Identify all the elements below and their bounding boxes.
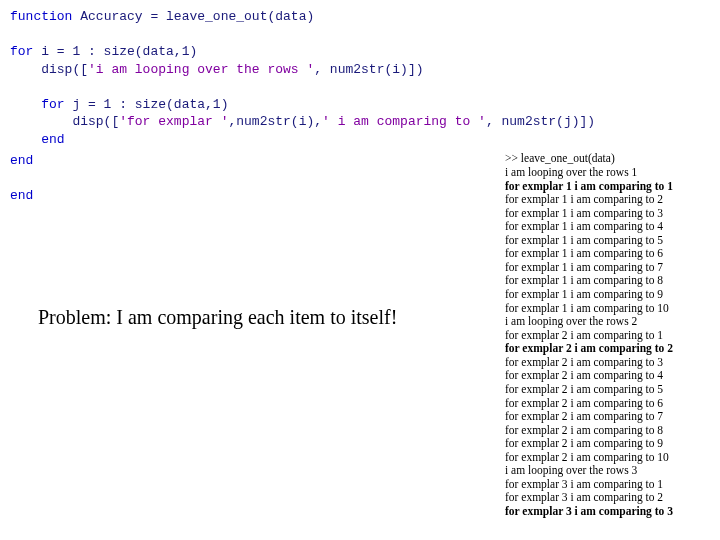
- console-output: >> leave_one_out(data) i am looping over…: [497, 152, 710, 518]
- out-line: for exmplar 2 i am comparing to 5: [505, 383, 710, 397]
- code-text: j = 1 : size(data,1): [65, 97, 229, 112]
- problem-caption: Problem: I am comparing each item to its…: [38, 305, 398, 330]
- out-line: for exmplar 1 i am comparing to 6: [505, 247, 710, 261]
- out-line: for exmplar 1 i am comparing to 2: [505, 193, 710, 207]
- kw-end: end: [10, 132, 65, 147]
- kw-function: function: [10, 9, 72, 24]
- out-line: for exmplar 2 i am comparing to 9: [505, 437, 710, 451]
- out-line: for exmplar 1 i am comparing to 5: [505, 234, 710, 248]
- code-text: , num2str(i)]): [314, 62, 423, 77]
- out-line: for exmplar 2 i am comparing to 2: [505, 342, 710, 356]
- out-line: i am looping over the rows 1: [505, 166, 710, 180]
- out-line: for exmplar 3 i am comparing to 3: [505, 505, 710, 519]
- out-line: i am looping over the rows 3: [505, 464, 710, 478]
- code-block: function Accuracy = leave_one_out(data) …: [10, 8, 710, 148]
- code-text: i = 1 : size(data,1): [33, 44, 197, 59]
- str: 'for exmplar ': [119, 114, 228, 129]
- out-line: for exmplar 1 i am comparing to 1: [505, 180, 710, 194]
- out-line: for exmplar 2 i am comparing to 10: [505, 451, 710, 465]
- kw-for: for: [10, 44, 33, 59]
- out-line: for exmplar 2 i am comparing to 1: [505, 329, 710, 343]
- code-text: , num2str(j)]): [486, 114, 595, 129]
- out-line: for exmplar 2 i am comparing to 6: [505, 397, 710, 411]
- out-line: for exmplar 2 i am comparing to 8: [505, 424, 710, 438]
- code-text: disp([: [10, 114, 119, 129]
- str: ' i am comparing to ': [322, 114, 486, 129]
- kw-for: for: [10, 97, 65, 112]
- out-line: for exmplar 1 i am comparing to 10: [505, 302, 710, 316]
- out-line: for exmplar 1 i am comparing to 4: [505, 220, 710, 234]
- out-line: for exmplar 1 i am comparing to 8: [505, 274, 710, 288]
- code-end1: end end: [10, 152, 497, 205]
- out-line: i am looping over the rows 2: [505, 315, 710, 329]
- code-text: Accuracy = leave_one_out(data): [72, 9, 314, 24]
- out-line: for exmplar 2 i am comparing to 4: [505, 369, 710, 383]
- out-line: for exmplar 1 i am comparing to 9: [505, 288, 710, 302]
- out-line: for exmplar 1 i am comparing to 3: [505, 207, 710, 221]
- out-line: for exmplar 3 i am comparing to 2: [505, 491, 710, 505]
- str: 'i am looping over the rows ': [88, 62, 314, 77]
- out-line: for exmplar 1 i am comparing to 7: [505, 261, 710, 275]
- out-line: for exmplar 2 i am comparing to 3: [505, 356, 710, 370]
- code-text: disp([: [10, 62, 88, 77]
- out-line: for exmplar 2 i am comparing to 7: [505, 410, 710, 424]
- out-line: >> leave_one_out(data): [505, 152, 710, 166]
- out-line: for exmplar 3 i am comparing to 1: [505, 478, 710, 492]
- code-text: ,num2str(i),: [228, 114, 322, 129]
